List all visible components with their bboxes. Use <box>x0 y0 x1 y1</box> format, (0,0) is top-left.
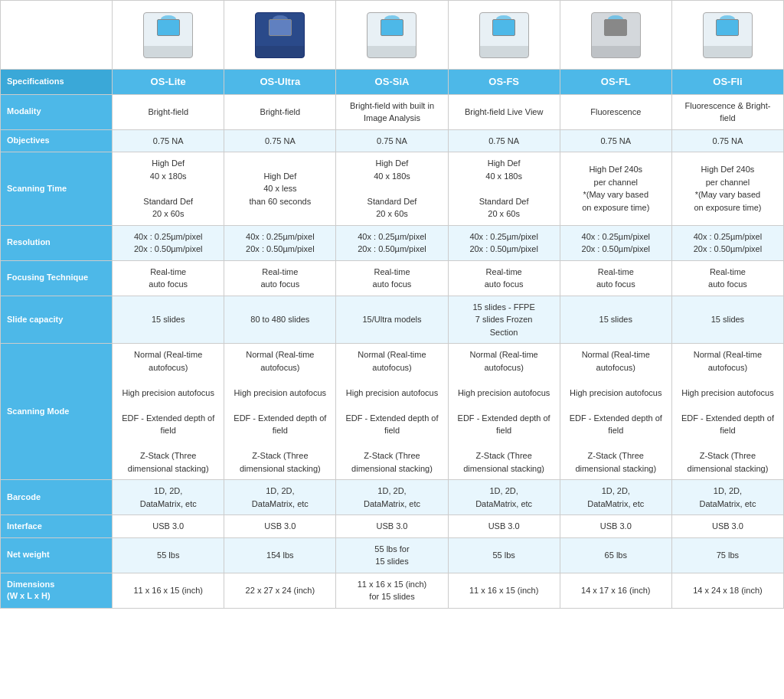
cell-2-1: 0.75 NA <box>224 129 336 152</box>
cell-5-0: Real-time auto focus <box>113 260 224 296</box>
spec-label-5: Focusing Technique <box>1 260 113 296</box>
cell-7-5: Normal (Real-time autofocus) High precis… <box>671 344 783 480</box>
spec-label-9: Interface <box>1 515 113 538</box>
table-row-focusing-technique: Focusing TechniqueReal-time auto focusRe… <box>1 260 784 296</box>
spec-label-2: Objectives <box>1 129 113 152</box>
cell-0-1: OS-Ultra <box>224 70 336 95</box>
spec-label-0: Specifications <box>1 70 113 95</box>
product-image-os-lite <box>113 1 224 70</box>
comparison-table: SpecificationsOS-LiteOS-UltraOS-SiAOS-FS… <box>0 0 784 609</box>
cell-8-1: 1D, 2D, DataMatrix, etc <box>224 480 336 515</box>
cell-7-0: Normal (Real-time autofocus) High precis… <box>113 344 224 480</box>
cell-3-1: High Def 40 x less than 60 seconds <box>224 152 336 226</box>
cell-4-4: 40x : 0.25µm/pixel 20x : 0.50µm/pixel <box>560 225 671 260</box>
cell-5-2: Real-time auto focus <box>336 260 448 296</box>
product-image-os-ultra <box>224 1 336 70</box>
cell-11-0: 11 x 16 x 15 (inch) <box>113 573 224 608</box>
cell-3-2: High Def 40 x 180s Standard Def 20 x 60s <box>336 152 448 226</box>
cell-0-2: OS-SiA <box>336 70 448 95</box>
cell-0-4: OS-FL <box>560 70 671 95</box>
image-row <box>1 1 784 70</box>
cell-4-5: 40x : 0.25µm/pixel 20x : 0.50µm/pixel <box>671 225 783 260</box>
cell-7-3: Normal (Real-time autofocus) High precis… <box>448 344 560 480</box>
spec-label-4: Resolution <box>1 225 113 260</box>
cell-6-3: 15 slides - FFPE 7 slides Frozen Section <box>448 296 560 344</box>
cell-9-3: USB 3.0 <box>448 515 560 538</box>
cell-6-1: 80 to 480 slides <box>224 296 336 344</box>
spec-label-6: Slide capacity <box>1 296 113 344</box>
cell-1-5: Fluorescence & Bright-field <box>671 94 783 129</box>
table-row-barcode: Barcode1D, 2D, DataMatrix, etc1D, 2D, Da… <box>1 480 784 515</box>
cell-6-5: 15 slides <box>671 296 783 344</box>
cell-6-2: 15/Ultra models <box>336 296 448 344</box>
cell-11-4: 14 x 17 x 16 (inch) <box>560 573 671 608</box>
cell-10-1: 154 lbs <box>224 537 336 573</box>
cell-6-4: 15 slides <box>560 296 671 344</box>
cell-4-1: 40x : 0.25µm/pixel 20x : 0.50µm/pixel <box>224 225 336 260</box>
spec-label-1: Modality <box>1 94 113 129</box>
cell-2-3: 0.75 NA <box>448 129 560 152</box>
cell-0-0: OS-Lite <box>113 70 224 95</box>
table-row-interface: InterfaceUSB 3.0USB 3.0USB 3.0USB 3.0USB… <box>1 515 784 538</box>
cell-10-3: 55 lbs <box>448 537 560 573</box>
spec-label-8: Barcode <box>1 480 113 515</box>
spec-label-3: Scanning Time <box>1 152 113 226</box>
cell-2-0: 0.75 NA <box>113 129 224 152</box>
table-row-net-weight: Net weight55 lbs154 lbs55 lbs for 15 sli… <box>1 537 784 573</box>
cell-3-4: High Def 240s per channel *(May vary bas… <box>560 152 671 226</box>
cell-0-3: OS-FS <box>448 70 560 95</box>
cell-0-5: OS-Fli <box>671 70 783 95</box>
table-row-dimensions-w-x-l-x-h: Dimensions (W x L x H)11 x 16 x 15 (inch… <box>1 573 784 608</box>
cell-1-2: Bright-field with built in Image Analysi… <box>336 94 448 129</box>
cell-5-5: Real-time auto focus <box>671 260 783 296</box>
table-row-scanning-mode: Scanning ModeNormal (Real-time autofocus… <box>1 344 784 480</box>
cell-4-3: 40x : 0.25µm/pixel 20x : 0.50µm/pixel <box>448 225 560 260</box>
cell-1-0: Bright-field <box>113 94 224 129</box>
cell-2-4: 0.75 NA <box>560 129 671 152</box>
cell-8-2: 1D, 2D, DataMatrix, etc <box>336 480 448 515</box>
spec-label-10: Net weight <box>1 537 113 573</box>
spec-label-7: Scanning Mode <box>1 344 113 480</box>
cell-8-5: 1D, 2D, DataMatrix, etc <box>671 480 783 515</box>
table-row-slide-capacity: Slide capacity15 slides80 to 480 slides1… <box>1 296 784 344</box>
cell-11-3: 11 x 16 x 15 (inch) <box>448 573 560 608</box>
product-image-os-fl <box>560 1 671 70</box>
cell-10-2: 55 lbs for 15 slides <box>336 537 448 573</box>
table-row-objectives: Objectives0.75 NA0.75 NA0.75 NA0.75 NA0.… <box>1 129 784 152</box>
cell-2-2: 0.75 NA <box>336 129 448 152</box>
cell-8-3: 1D, 2D, DataMatrix, etc <box>448 480 560 515</box>
cell-8-4: 1D, 2D, DataMatrix, etc <box>560 480 671 515</box>
spec-label-11: Dimensions (W x L x H) <box>1 573 113 608</box>
table-row-modality: ModalityBright-fieldBright-fieldBright-f… <box>1 94 784 129</box>
cell-1-1: Bright-field <box>224 94 336 129</box>
table-row-specifications: SpecificationsOS-LiteOS-UltraOS-SiAOS-FS… <box>1 70 784 95</box>
cell-4-2: 40x : 0.25µm/pixel 20x : 0.50µm/pixel <box>336 225 448 260</box>
cell-5-4: Real-time auto focus <box>560 260 671 296</box>
cell-7-4: Normal (Real-time autofocus) High precis… <box>560 344 671 480</box>
cell-1-3: Bright-field Live View <box>448 94 560 129</box>
product-image-os-fs <box>448 1 560 70</box>
cell-3-3: High Def 40 x 180s Standard Def 20 x 60s <box>448 152 560 226</box>
cell-5-1: Real-time auto focus <box>224 260 336 296</box>
cell-9-0: USB 3.0 <box>113 515 224 538</box>
corner-cell <box>1 1 113 70</box>
cell-4-0: 40x : 0.25µm/pixel 20x : 0.50µm/pixel <box>113 225 224 260</box>
cell-3-0: High Def 40 x 180s Standard Def 20 x 60s <box>113 152 224 226</box>
cell-9-2: USB 3.0 <box>336 515 448 538</box>
cell-11-2: 11 x 16 x 15 (inch) for 15 slides <box>336 573 448 608</box>
cell-5-3: Real-time auto focus <box>448 260 560 296</box>
cell-11-1: 22 x 27 x 24 (inch) <box>224 573 336 608</box>
cell-3-5: High Def 240s per channel *(May vary bas… <box>671 152 783 226</box>
product-image-os-sia <box>336 1 448 70</box>
cell-8-0: 1D, 2D, DataMatrix, etc <box>113 480 224 515</box>
cell-11-5: 14 x 24 x 18 (inch) <box>671 573 783 608</box>
cell-6-0: 15 slides <box>113 296 224 344</box>
cell-10-5: 75 lbs <box>671 537 783 573</box>
cell-10-4: 65 lbs <box>560 537 671 573</box>
cell-2-5: 0.75 NA <box>671 129 783 152</box>
cell-7-2: Normal (Real-time autofocus) High precis… <box>336 344 448 480</box>
cell-1-4: Fluorescence <box>560 94 671 129</box>
cell-9-5: USB 3.0 <box>671 515 783 538</box>
cell-9-1: USB 3.0 <box>224 515 336 538</box>
cell-7-1: Normal (Real-time autofocus) High precis… <box>224 344 336 480</box>
